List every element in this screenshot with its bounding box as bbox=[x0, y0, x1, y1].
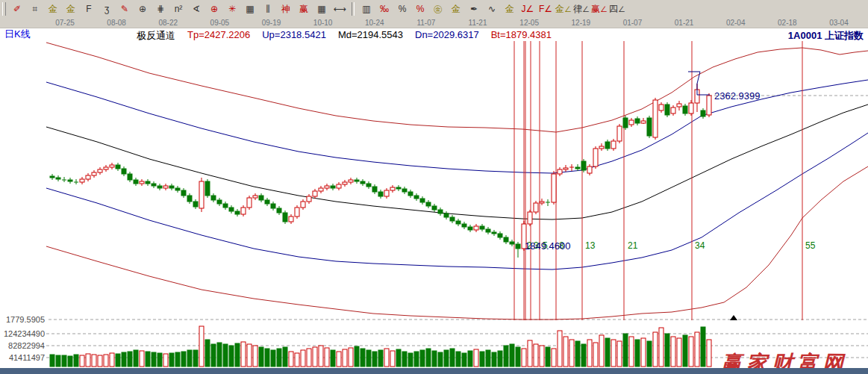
candle-body bbox=[498, 234, 502, 237]
volume-bar bbox=[516, 347, 520, 367]
volume-bar bbox=[140, 351, 144, 367]
candle-body bbox=[146, 181, 150, 184]
volume-bar bbox=[480, 352, 484, 367]
candle-body bbox=[289, 216, 293, 222]
volume-bar bbox=[128, 352, 132, 367]
volume-bar bbox=[199, 326, 204, 367]
candle-body bbox=[253, 196, 257, 198]
volume-bar bbox=[653, 332, 658, 367]
volume-bar bbox=[62, 355, 66, 367]
candle-body bbox=[122, 169, 126, 174]
volume-bar bbox=[337, 352, 341, 367]
volume-bar bbox=[163, 354, 168, 367]
candle-body bbox=[86, 175, 90, 179]
volume-bar bbox=[647, 341, 652, 367]
volume-bar bbox=[229, 346, 234, 367]
candle-body bbox=[235, 211, 240, 214]
volume-bar bbox=[74, 355, 78, 367]
candle-body bbox=[169, 186, 174, 188]
candle-body bbox=[295, 208, 299, 216]
candle-body bbox=[540, 202, 544, 203]
candle-body bbox=[677, 104, 681, 107]
candle-body bbox=[128, 174, 132, 180]
candle-body bbox=[665, 105, 669, 115]
candle-body bbox=[552, 174, 556, 202]
volume-bar bbox=[450, 349, 455, 367]
volume-bar bbox=[289, 352, 293, 367]
volume-bar bbox=[92, 355, 96, 367]
volume-bar bbox=[617, 341, 622, 367]
candle-body bbox=[617, 126, 622, 141]
volume-bar bbox=[671, 337, 675, 367]
volume-bar bbox=[259, 347, 263, 367]
candle-body bbox=[480, 226, 484, 229]
volume-bar bbox=[474, 349, 478, 367]
volume-bar bbox=[563, 337, 568, 367]
candle-body bbox=[486, 229, 490, 232]
volume-bar bbox=[181, 352, 186, 367]
price-axis-min: 1779.5905 bbox=[0, 315, 45, 324]
candle-body bbox=[50, 176, 54, 178]
channel-line-bt bbox=[46, 166, 868, 320]
volume-bar bbox=[659, 328, 664, 367]
volume-bar bbox=[378, 350, 383, 367]
candle-body bbox=[450, 217, 455, 221]
bottom-scrollbar[interactable] bbox=[0, 368, 868, 374]
candle-body bbox=[581, 161, 586, 170]
candle-body bbox=[283, 213, 287, 222]
candle-body bbox=[516, 244, 520, 249]
volume-bar bbox=[301, 350, 305, 367]
candle-body bbox=[271, 204, 275, 208]
candle-body bbox=[587, 166, 592, 173]
volume-bar bbox=[629, 337, 634, 367]
volume-bar bbox=[546, 347, 550, 367]
candle-body bbox=[223, 204, 228, 208]
candle-body bbox=[98, 169, 102, 172]
candle-body bbox=[163, 186, 168, 188]
volume-bar bbox=[695, 332, 699, 367]
candle-body bbox=[366, 184, 371, 187]
volume-bar bbox=[211, 344, 216, 367]
volume-bar bbox=[307, 349, 311, 367]
volume-bar bbox=[265, 349, 269, 367]
volume-bar bbox=[134, 350, 138, 367]
stock-chart-app: ✐⌗金金Fʒ✎⊕⋕n²∢⊕✳▦⫼神赢▦⟷▥‰%%㊎金✒∿金J∠F∠金∠律∠赢∠四… bbox=[0, 0, 868, 374]
volume-bar bbox=[366, 350, 371, 367]
volume-bar bbox=[372, 352, 377, 367]
volume-bar bbox=[104, 355, 108, 367]
volume-bar bbox=[175, 352, 180, 367]
candle-body bbox=[647, 118, 652, 136]
volume-bar bbox=[325, 348, 329, 367]
candle-body bbox=[474, 226, 478, 230]
candle-body bbox=[671, 107, 675, 113]
low-price-label: 1849.4600 bbox=[525, 240, 570, 252]
volume-bar bbox=[193, 350, 198, 367]
volume-bar bbox=[444, 350, 449, 367]
candle-body bbox=[629, 120, 634, 125]
candle-body bbox=[635, 119, 640, 123]
volume-bar bbox=[253, 346, 257, 367]
candle-body bbox=[355, 180, 359, 181]
candle-body bbox=[534, 203, 538, 212]
volume-bar bbox=[408, 353, 413, 367]
volume-bar bbox=[462, 353, 466, 367]
candle-body bbox=[337, 184, 341, 188]
volume-bar bbox=[492, 352, 496, 367]
candle-body bbox=[217, 200, 222, 204]
volume-bar bbox=[558, 331, 562, 367]
volume-bar bbox=[486, 350, 490, 367]
candle-body bbox=[277, 208, 281, 213]
volume-bar bbox=[587, 340, 592, 367]
candle-body bbox=[140, 181, 144, 184]
candle-body bbox=[181, 190, 186, 196]
candle-body bbox=[301, 202, 305, 208]
fib-count-label: 21 bbox=[628, 240, 638, 251]
candle-body bbox=[683, 106, 687, 113]
candle-body bbox=[575, 167, 580, 169]
volume-bar bbox=[384, 349, 389, 367]
triangle-marker bbox=[730, 315, 737, 320]
volume-bar bbox=[605, 338, 610, 367]
candle-body bbox=[110, 165, 114, 167]
channel-line-md bbox=[46, 105, 868, 219]
candle-body bbox=[390, 187, 395, 190]
